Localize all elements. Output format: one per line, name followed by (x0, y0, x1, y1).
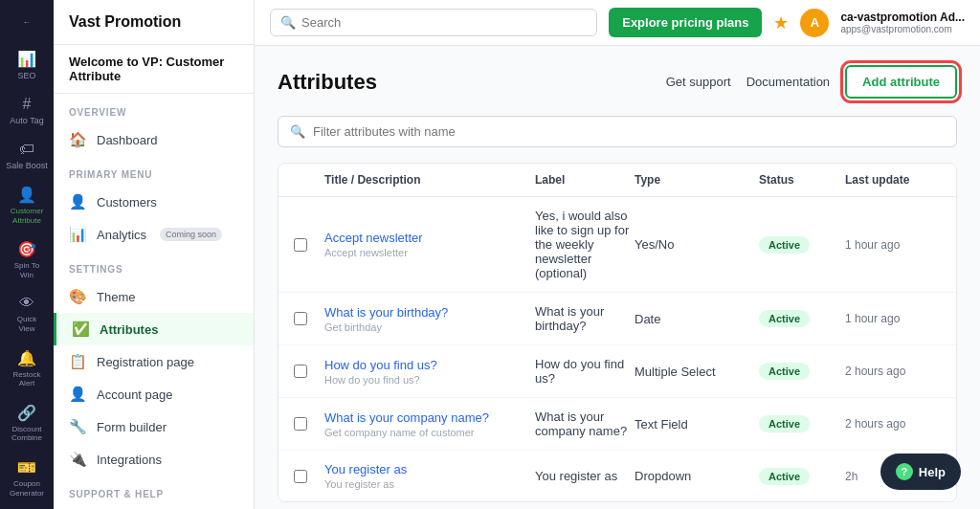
user-info: ca-vastpromotion Ad... apps@vastpromotio… (840, 11, 965, 34)
row-checkbox-1[interactable] (294, 238, 324, 252)
nav-seo[interactable]: 📊 SEO (0, 42, 54, 88)
nav-customerattr[interactable]: 👤 CustomerAttribute (0, 178, 54, 232)
filter-bar[interactable]: 🔍 (278, 116, 957, 147)
attr-desc-1: Accept newsletter (324, 247, 535, 258)
sidebar-item-attributes[interactable]: ✅ Attributes (54, 313, 254, 345)
header-type-col: Type (635, 173, 759, 187)
row-checkbox-5[interactable] (294, 470, 324, 483)
attr-label-4: What is your company name? (535, 409, 635, 438)
star-icon[interactable]: ★ (773, 12, 789, 33)
search-box[interactable]: 🔍 (270, 9, 597, 36)
header-checkbox-col (294, 173, 324, 187)
attr-title-2[interactable]: What is your birthday? (324, 305, 535, 320)
accountpage-icon: 👤 (69, 386, 87, 403)
attr-label-3: How do you find us? (535, 357, 635, 386)
explore-pricing-button[interactable]: Explore pricing plans (609, 8, 762, 37)
spintowin-icon: 🎯 (17, 240, 36, 258)
row-checkbox-4[interactable] (294, 417, 324, 431)
main-content: 🔍 Explore pricing plans ★ A ca-vastpromo… (255, 0, 980, 509)
nav-spintowin-label: Spin ToWin (14, 261, 40, 279)
status-badge-3: Active (759, 363, 810, 380)
search-input[interactable] (301, 15, 587, 30)
attr-update-1: 1 hour ago (845, 238, 941, 252)
attributes-icon: ✅ (72, 321, 90, 338)
nav-loyalty[interactable]: 💎 Loyalty (0, 505, 54, 509)
avatar[interactable]: A (800, 9, 829, 37)
sidebar-item-dashboard-label: Dashboard (97, 133, 158, 147)
sidebar-item-dashboard[interactable]: 🏠 Dashboard (54, 123, 254, 156)
dashboard-icon: 🏠 (69, 131, 87, 148)
attr-update-2: 1 hour ago (845, 312, 941, 325)
attr-update-3: 2 hours ago (845, 365, 941, 378)
nav-discountcombine[interactable]: 🔗 DiscountCombine (0, 396, 54, 451)
sidebar: Vast Promotion Welcome to VP: Customer A… (54, 0, 255, 509)
sidebar-item-theme-label: Theme (97, 290, 135, 304)
attr-title-1[interactable]: Accept newsletter (324, 231, 535, 245)
get-support-link[interactable]: Get support (666, 75, 731, 89)
table-row: What is your company name? Get company n… (278, 398, 956, 451)
seo-icon: 📊 (17, 50, 36, 68)
customerattr-icon: 👤 (17, 186, 36, 204)
restockalert-icon: 🔔 (17, 349, 36, 367)
sidebar-item-integrations-label: Integrations (97, 453, 162, 467)
primary-menu-label: PRIMARY MENU (54, 156, 254, 186)
search-icon: 🔍 (280, 15, 296, 30)
nav-customerattr-label: CustomerAttribute (11, 207, 44, 225)
header-label-col: Label (535, 173, 635, 187)
nav-coupongenerator[interactable]: 🎫 CouponGenerator (0, 451, 54, 505)
status-badge-1: Active (759, 236, 810, 254)
page-header: Attributes Get support Documentation Add… (278, 65, 957, 99)
nav-saleboost[interactable]: 🏷 Sale Boost (0, 133, 54, 178)
attr-title-5[interactable]: You register as (324, 462, 535, 476)
attributes-table: Title / Description Label Type Status La… (278, 163, 957, 502)
help-label: Help (919, 465, 946, 479)
row-checkbox-3[interactable] (294, 365, 324, 378)
integrations-icon: 🔌 (69, 451, 87, 468)
sidebar-item-theme[interactable]: 🎨 Theme (54, 280, 254, 313)
icon-nav: ← 📊 SEO # Auto Tag 🏷 Sale Boost 👤 Custom… (0, 0, 54, 509)
nav-autotag-label: Auto Tag (10, 116, 43, 125)
help-button[interactable]: ? Help (880, 454, 961, 490)
attr-desc-2: Get birthday (324, 321, 535, 333)
attr-title-3[interactable]: How do you find us? (324, 358, 535, 372)
sidebar-item-accountpage[interactable]: 👤 Account page (54, 378, 254, 410)
row-checkbox-2[interactable] (294, 312, 324, 325)
sidebar-item-analytics[interactable]: 📊 Analytics Coming soon (54, 218, 254, 251)
status-badge-4: Active (759, 415, 810, 432)
attr-title-4[interactable]: What is your company name? (324, 410, 535, 425)
add-attribute-button[interactable]: Add attribute (845, 65, 957, 99)
sidebar-item-analytics-label: Analytics (97, 228, 146, 242)
sidebar-item-quicksupport[interactable]: 💬 Quick support (54, 505, 254, 509)
nav-discountcombine-label: DiscountCombine (11, 425, 42, 443)
sidebar-item-registrationpage-label: Registration page (97, 355, 194, 369)
discountcombine-icon: 🔗 (17, 404, 36, 422)
attr-type-4: Text Field (635, 417, 759, 432)
sidebar-item-customers[interactable]: 👤 Customers (54, 186, 254, 218)
nav-restockalert[interactable]: 🔔 RestockAlert (0, 342, 54, 396)
saleboost-icon: 🏷 (19, 141, 34, 158)
nav-spintowin[interactable]: 🎯 Spin ToWin (0, 232, 54, 287)
filter-input[interactable] (313, 124, 945, 139)
page-actions: Get support Documentation Add attribute (666, 65, 957, 99)
sidebar-item-registrationpage[interactable]: 📋 Registration page (54, 345, 254, 378)
page-title: Attributes (278, 70, 377, 95)
sidebar-item-attributes-label: Attributes (100, 322, 158, 337)
back-button[interactable]: ← (0, 8, 54, 42)
coming-soon-badge: Coming soon (160, 228, 222, 241)
nav-quickview[interactable]: 👁 QuickView (0, 287, 54, 341)
nav-autotag[interactable]: # Auto Tag (0, 88, 54, 133)
sidebar-item-integrations[interactable]: 🔌 Integrations (54, 443, 254, 476)
documentation-link[interactable]: Documentation (746, 75, 830, 89)
attr-type-3: Multiple Select (635, 365, 759, 379)
back-icon: ← (23, 17, 32, 27)
sidebar-item-formbuilder[interactable]: 🔧 Form builder (54, 410, 254, 443)
sidebar-item-formbuilder-label: Form builder (97, 420, 167, 434)
attr-type-5: Dropdown (635, 469, 759, 483)
attr-desc-5: You register as (324, 478, 535, 490)
nav-quickview-label: QuickView (17, 315, 36, 333)
sidebar-item-customers-label: Customers (97, 195, 157, 210)
header-title-col: Title / Description (324, 173, 535, 187)
app-name: Vast Promotion (69, 13, 238, 31)
attr-type-2: Date (635, 312, 759, 326)
table-row: You register as You register as You regi… (278, 451, 956, 501)
